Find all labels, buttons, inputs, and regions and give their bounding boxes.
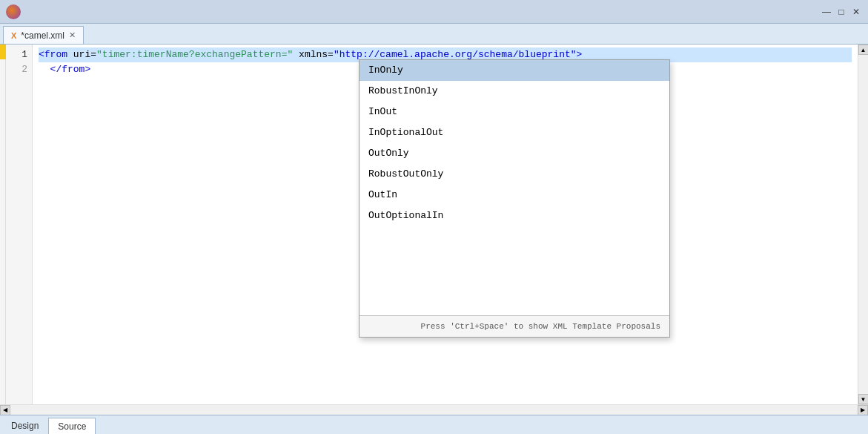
scrollbar-track[interactable]	[858, 55, 868, 394]
line-marker-column	[0, 45, 6, 404]
autocomplete-dropdown: InOnly RobustInOnly InOut InOptionalOut …	[359, 59, 670, 338]
autocomplete-item-outin[interactable]: OutIn	[360, 185, 669, 206]
tab-filename: *camel.xml	[21, 30, 64, 41]
h-scrollbar-track[interactable]	[10, 405, 858, 415]
scrollbar-up-button[interactable]: ▲	[858, 45, 869, 55]
h-scrollbar-left-button[interactable]: ◀	[0, 405, 10, 415]
autocomplete-item-inoptionalout[interactable]: InOptionalOut	[360, 122, 669, 143]
autocomplete-item-outoptionalin[interactable]: OutOptionalIn	[360, 206, 669, 226]
line-number-1: 1	[6, 47, 32, 62]
horizontal-scrollbar[interactable]: ◀ ▶	[0, 404, 868, 415]
autocomplete-item-inout[interactable]: InOut	[360, 102, 669, 122]
app-icon	[6, 4, 21, 19]
autocomplete-item-inonly[interactable]: InOnly	[360, 60, 669, 81]
xml-space1	[293, 47, 299, 62]
h-scrollbar-right-button[interactable]: ▶	[858, 405, 868, 415]
autocomplete-list: InOnly RobustInOnly InOut InOptionalOut …	[360, 60, 669, 226]
vertical-scrollbar[interactable]: ▲ ▼	[858, 45, 868, 404]
bottom-tab-bar: Design Source	[0, 415, 868, 434]
title-bar: — □ ✕	[0, 0, 868, 24]
editor-area: 1 2 <from uri="timer:timerName?exchangeP…	[0, 45, 868, 404]
scrollbar-down-button[interactable]: ▼	[858, 394, 869, 404]
xml-tag-from-open: <from	[39, 47, 73, 62]
camel-xml-tab[interactable]: X *camel.xml ✕	[3, 26, 84, 44]
window-controls: — □ ✕	[821, 6, 862, 18]
minimize-button[interactable]: —	[821, 6, 832, 18]
autocomplete-item-robustinonly[interactable]: RobustInOnly	[360, 81, 669, 102]
tab-bar: X *camel.xml ✕	[0, 24, 868, 45]
line-numbers: 1 2	[6, 45, 33, 404]
xml-attr-xmlns: xmlns=	[299, 47, 334, 62]
autocomplete-spacer	[360, 226, 669, 315]
line-number-2: 2	[6, 62, 32, 77]
xml-attr-uri-value: "timer:timerName?exchangePattern="	[96, 47, 293, 62]
code-editor[interactable]: <from uri="timer:timerName?exchangePatte…	[33, 45, 858, 404]
xml-closing-tag-from: </from>	[39, 62, 90, 77]
line1-yellow-marker	[0, 45, 6, 59]
tab-close-icon[interactable]: ✕	[69, 30, 76, 40]
maximize-button[interactable]: □	[835, 6, 847, 18]
tab-design[interactable]: Design	[1, 418, 48, 434]
autocomplete-item-outonly[interactable]: OutOnly	[360, 143, 669, 164]
autocomplete-footer: Press 'Ctrl+Space' to show XML Template …	[360, 315, 669, 337]
close-button[interactable]: ✕	[850, 6, 862, 18]
xml-attr-uri: uri=	[73, 47, 96, 62]
tab-file-icon: X	[11, 31, 16, 40]
autocomplete-item-robustoutonly[interactable]: RobustOutOnly	[360, 164, 669, 185]
tab-source[interactable]: Source	[48, 418, 96, 434]
